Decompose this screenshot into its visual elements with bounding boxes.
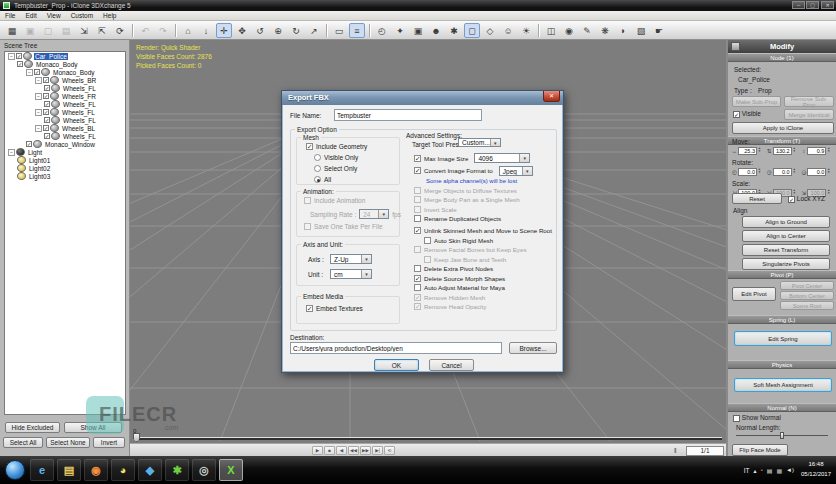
maximize-button[interactable]: ▢ — [806, 1, 819, 9]
last-frame-button[interactable]: ▶| — [372, 446, 383, 455]
destination-input[interactable] — [290, 342, 502, 354]
tree-item[interactable]: −✓Wheels_BL — [5, 124, 125, 132]
tray-volume-icon[interactable]: ◄) — [786, 467, 794, 473]
checkbox-icon[interactable]: ✓ — [414, 167, 421, 174]
frame-all-icon[interactable]: ↗ — [306, 23, 322, 38]
apply-to-iclone-button[interactable]: Apply to iClone — [732, 122, 834, 134]
head-icon[interactable]: ◗ — [615, 23, 631, 38]
tree-checkbox[interactable]: ✓ — [44, 117, 50, 123]
spring-icon[interactable]: ❋ — [597, 23, 613, 38]
taskbar-clock[interactable]: 16:48 05/12/2017 — [798, 459, 834, 479]
tree-checkbox[interactable]: ✓ — [17, 61, 23, 67]
undo-icon[interactable]: ↶ — [137, 23, 153, 38]
taskbar-media-player-icon[interactable]: ◉ — [84, 459, 108, 481]
menu-custom[interactable]: Custom — [66, 11, 98, 21]
actor-icon[interactable]: ☺ — [500, 23, 516, 38]
checkbox-icon[interactable]: ✓ — [414, 303, 421, 310]
radio-all[interactable]: All — [314, 176, 358, 183]
tree-item[interactable]: Light02 — [5, 164, 125, 172]
spinner-icon[interactable]: ▲▼ — [757, 168, 762, 176]
section-spring[interactable]: Spring (L) — [728, 315, 836, 324]
tree-expander-icon[interactable]: − — [35, 93, 42, 100]
checkbox-icon[interactable]: ✓ — [414, 275, 421, 282]
ok-button[interactable]: OK — [374, 359, 419, 371]
edit-pivot-button[interactable]: Edit Pivot — [732, 287, 776, 301]
checkbox-icon[interactable] — [414, 246, 421, 253]
material-icon[interactable]: ◉ — [561, 23, 577, 38]
section-normal[interactable]: Normal (N) — [728, 403, 836, 412]
pin-icon[interactable]: ✦ — [392, 23, 408, 38]
dialog-close-button[interactable]: ✕ — [543, 91, 560, 102]
checkbox-icon[interactable] — [414, 187, 421, 194]
align-button-align-to-center[interactable]: Align to Center — [742, 230, 830, 242]
menu-help[interactable]: Help — [98, 11, 121, 21]
pivot-button-bottom-center[interactable]: Bottom Center — [780, 291, 834, 300]
checkbox-icon[interactable] — [414, 196, 421, 203]
start-button[interactable] — [5, 460, 25, 480]
lock-icon[interactable]: ◇ — [482, 23, 498, 38]
menu-file[interactable]: File — [0, 11, 20, 21]
camera-top-icon[interactable]: ↓ — [198, 23, 214, 38]
taskbar-utility-icon[interactable]: ✱ — [165, 459, 189, 481]
hand-icon[interactable]: ☛ — [651, 23, 667, 38]
menu-view[interactable]: View — [42, 11, 66, 21]
taskbar-recorder-icon[interactable]: ◎ — [192, 459, 216, 481]
advanced-option[interactable]: ✓Remove Head Opacity — [414, 303, 560, 310]
show-normal-checkbox[interactable]: ✓ Show Normal — [733, 414, 781, 422]
tree-item[interactable]: −✓Wheels_FL — [5, 108, 125, 116]
visible-checkbox[interactable]: ✓ Visible — [733, 110, 761, 118]
checkbox-icon[interactable] — [424, 256, 431, 263]
transform-value-field[interactable]: 0.9 — [807, 147, 826, 155]
checkbox-icon[interactable] — [414, 215, 421, 222]
tree-expander-icon[interactable]: − — [8, 53, 15, 60]
tree-item[interactable]: −✓Monaco_Body — [5, 68, 125, 76]
move-tool-icon[interactable]: ✛ — [216, 23, 232, 38]
sampling-rate-combo[interactable]: 24 — [359, 209, 389, 219]
remove-sub-prop-button[interactable]: Remove Sub-Prop — [784, 96, 834, 107]
import-icon[interactable]: ⇲ — [76, 23, 92, 38]
align-button-align-to-ground[interactable]: Align to Ground — [742, 216, 830, 228]
pivot-button-pivot-center[interactable]: Pivot Center — [780, 281, 834, 290]
tree-expander-icon[interactable]: − — [8, 149, 15, 156]
spinner-icon[interactable]: ▲▼ — [792, 168, 797, 176]
pan-tool-icon[interactable]: ✥ — [234, 23, 250, 38]
advanced-option[interactable]: Remove Facial Bones but Keep Eyes — [414, 246, 560, 253]
tree-item[interactable]: ✓Wheels_FL — [5, 132, 125, 140]
scene-list-icon[interactable]: ≡ — [349, 23, 365, 38]
taskbar-ie-icon[interactable]: e — [30, 459, 54, 481]
taskbar-chrome-icon[interactable]: ◕ — [111, 459, 135, 481]
tray-app3-icon[interactable]: ▦ — [776, 467, 782, 474]
tree-item[interactable]: Light03 — [5, 172, 125, 180]
advanced-option[interactable]: ✓Max Image Size4096 — [414, 153, 560, 163]
section-node[interactable]: Node (1) — [728, 53, 836, 62]
axis-combo[interactable]: Z-Up — [330, 254, 372, 264]
tree-checkbox[interactable]: ✓ — [43, 93, 49, 99]
duplicate-icon[interactable]: ▤ — [58, 23, 74, 38]
checkbox-icon[interactable] — [414, 284, 421, 291]
spinner-icon[interactable]: ▲▼ — [792, 147, 797, 155]
timeline-track[interactable] — [136, 437, 722, 440]
tree-item[interactable]: −✓Wheels_BR — [5, 76, 125, 84]
tree-checkbox[interactable]: ✓ — [43, 77, 49, 83]
export-icon[interactable]: ⇱ — [94, 23, 110, 38]
include-animation-checkbox[interactable]: Include Animation — [304, 197, 365, 204]
spinner-icon[interactable]: ▲▼ — [826, 147, 831, 155]
tree-item[interactable]: ✓Monaco_Body — [5, 60, 125, 68]
camera-home-icon[interactable]: ⌂ — [180, 23, 196, 38]
checkbox-icon[interactable]: ✓ — [414, 227, 421, 234]
radio-select-only[interactable]: Select Only — [314, 165, 358, 172]
stage-icon[interactable]: ◫ — [543, 23, 559, 38]
tree-checkbox[interactable]: ✓ — [34, 69, 40, 75]
hide-excluded-button[interactable]: Hide Excluded — [5, 422, 60, 433]
section-pivot[interactable]: Pivot (P) — [728, 270, 836, 279]
marquee-select-icon[interactable]: ◻ — [464, 23, 480, 38]
display-icon[interactable]: ▣ — [410, 23, 426, 38]
settings-icon[interactable]: ✱ — [446, 23, 462, 38]
redo-icon[interactable]: ↷ — [155, 23, 171, 38]
spinner-icon[interactable]: ▲▼ — [826, 168, 831, 176]
advanced-option[interactable]: Invert Scale — [414, 206, 560, 213]
advanced-option[interactable]: Auto Skin Rigid Mesh — [424, 237, 560, 244]
tree-expander-icon[interactable]: − — [35, 77, 42, 84]
spinner-icon[interactable]: ▲▼ — [826, 189, 831, 197]
close-button[interactable]: ✕ — [821, 1, 834, 9]
